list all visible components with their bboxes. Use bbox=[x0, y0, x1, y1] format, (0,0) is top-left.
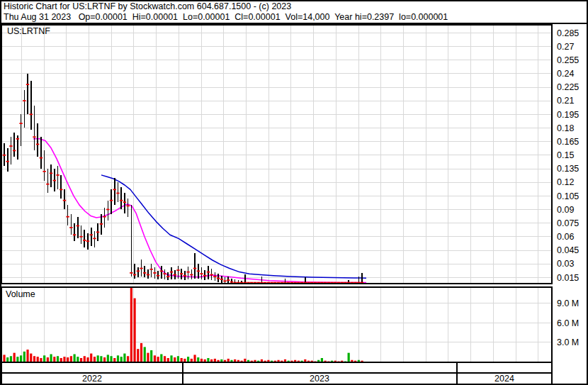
candle-close-tick bbox=[140, 268, 142, 269]
volume-axis-tick-label: 6.0 M bbox=[557, 318, 579, 328]
candle-close-tick bbox=[77, 225, 79, 227]
volume-bar bbox=[144, 347, 146, 362]
volume-bar bbox=[57, 356, 59, 362]
moving-average-fast-line bbox=[33, 139, 366, 283]
volume-bar bbox=[53, 357, 55, 362]
candle-close-tick bbox=[170, 272, 173, 273]
candle-close-tick bbox=[183, 275, 186, 277]
candle-close-tick bbox=[137, 270, 140, 272]
candle-close-tick bbox=[53, 180, 56, 182]
volume-bar bbox=[97, 355, 99, 362]
price-axis-tick-label: 0.12 bbox=[557, 177, 574, 187]
candle-close-tick bbox=[3, 155, 6, 156]
candle-close-tick bbox=[69, 227, 72, 228]
volume-bar bbox=[50, 354, 52, 362]
volume-bar bbox=[10, 356, 12, 362]
candle-close-tick bbox=[166, 276, 169, 277]
price-axis-tick-label: 0.24 bbox=[557, 69, 574, 79]
candle-close-tick bbox=[16, 138, 19, 140]
price-axis-tick-label: 0.015 bbox=[557, 273, 579, 283]
volume-bar bbox=[123, 354, 125, 362]
candle-close-tick bbox=[147, 274, 149, 276]
candle-close-tick bbox=[60, 189, 62, 190]
volume-bar bbox=[140, 343, 142, 362]
candle-close-tick bbox=[56, 174, 59, 176]
price-axis-tick-label: 0.105 bbox=[557, 191, 579, 201]
candle-close-tick bbox=[180, 273, 183, 274]
price-axis-tick-label: 0.195 bbox=[557, 110, 579, 120]
candle-close-tick bbox=[210, 274, 213, 276]
candle-close-tick bbox=[207, 272, 210, 273]
candle-close-tick bbox=[230, 281, 233, 283]
volume-axis-tick-label: 9.0 M bbox=[557, 298, 579, 308]
price-axis-tick-label: 0.135 bbox=[557, 164, 579, 174]
candle-close-tick bbox=[126, 205, 129, 206]
volume-bar bbox=[130, 287, 132, 362]
candle-close-tick bbox=[200, 273, 203, 274]
candle-close-tick bbox=[220, 279, 223, 280]
volume-bar bbox=[30, 354, 32, 362]
volume-bar bbox=[33, 356, 35, 362]
price-axis-tick-label: 0.075 bbox=[557, 218, 579, 228]
candle-close-tick bbox=[176, 269, 179, 271]
volume-bar bbox=[110, 356, 112, 362]
candle-close-tick bbox=[6, 161, 9, 162]
volume-bar bbox=[160, 354, 162, 362]
x-axis-band-upper bbox=[1, 363, 552, 374]
volume-bar bbox=[170, 355, 172, 362]
volume-bar bbox=[187, 357, 189, 362]
price-axis-tick-label: 0.15 bbox=[557, 150, 574, 160]
volume-panel-label: Volume bbox=[6, 289, 35, 299]
candle-close-tick bbox=[120, 200, 123, 201]
volume-bar bbox=[26, 350, 28, 362]
volume-bar bbox=[77, 357, 79, 362]
candle-close-tick bbox=[106, 209, 109, 211]
volume-bar bbox=[74, 354, 76, 362]
candle-close-tick bbox=[174, 274, 176, 276]
volume-bar bbox=[20, 355, 22, 362]
candle-close-tick bbox=[193, 268, 196, 269]
volume-bar bbox=[157, 357, 159, 362]
candle-close-tick bbox=[50, 172, 52, 174]
candle-close-tick bbox=[186, 272, 189, 273]
candle-close-tick bbox=[143, 272, 146, 274]
candle-close-tick bbox=[40, 157, 43, 159]
candle-close-tick bbox=[123, 201, 126, 203]
candle-close-tick bbox=[133, 274, 136, 276]
volume-bar bbox=[117, 355, 119, 362]
volume-bar bbox=[150, 350, 152, 362]
price-axis-tick-label: 0.285 bbox=[557, 28, 579, 38]
candle-close-tick bbox=[113, 189, 116, 190]
candle-close-tick bbox=[103, 216, 106, 218]
volume-panel-border bbox=[1, 287, 552, 362]
volume-bar bbox=[107, 355, 109, 362]
candle-close-tick bbox=[160, 270, 163, 272]
price-axis-tick-label: 0.21 bbox=[557, 96, 574, 106]
stockwatch-chart-window: 0.2850.270.2550.240.2250.210.1950.180.16… bbox=[0, 0, 588, 385]
volume-bar bbox=[94, 357, 96, 362]
price-axis-tick-label: 0.06 bbox=[557, 232, 574, 242]
candle-close-tick bbox=[63, 200, 66, 201]
price-axis-tick-label: 0.165 bbox=[557, 137, 579, 147]
volume-bar bbox=[147, 353, 149, 362]
candle-close-tick bbox=[30, 113, 33, 115]
volume-bar bbox=[133, 298, 135, 362]
candle-close-tick bbox=[116, 193, 119, 194]
candle-close-tick bbox=[66, 216, 69, 218]
price-axis-tick-label: 0.09 bbox=[557, 205, 574, 215]
volume-bar bbox=[120, 357, 123, 362]
volume-bar bbox=[84, 356, 86, 362]
volume-bar bbox=[16, 357, 18, 362]
candle-close-tick bbox=[110, 200, 113, 201]
candle-close-tick bbox=[157, 275, 159, 277]
candle-close-tick bbox=[90, 234, 93, 235]
candle-close-tick bbox=[33, 136, 35, 138]
candle-close-tick bbox=[213, 276, 216, 277]
candle-close-tick bbox=[190, 274, 193, 276]
candle-close-tick bbox=[43, 171, 45, 172]
candle-close-tick bbox=[83, 240, 86, 241]
volume-bar bbox=[164, 356, 166, 362]
price-axis-tick-label: 0.225 bbox=[557, 82, 579, 92]
price-axis-tick-label: 0.045 bbox=[557, 245, 579, 255]
candle-close-tick bbox=[23, 100, 26, 101]
